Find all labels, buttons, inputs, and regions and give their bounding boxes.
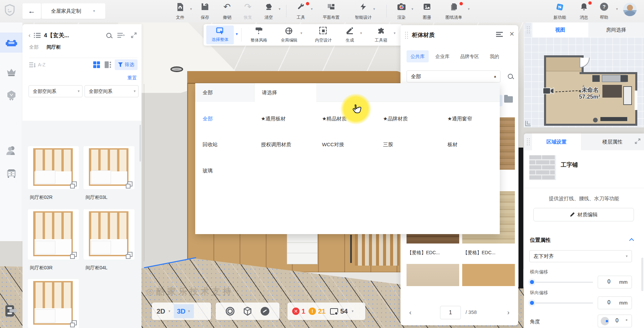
tool-clear[interactable]: ▼ 清空: [256, 2, 282, 21]
topbar-help[interactable]: ? ▼ 帮助: [591, 2, 617, 21]
material-category-select[interactable]: 全部 ▲: [407, 70, 500, 83]
sort-az-icon[interactable]: [29, 62, 36, 68]
drag-handle[interactable]: [405, 31, 409, 39]
dropdown-option[interactable]: 玻璃: [203, 166, 213, 175]
error-badge-icon[interactable]: ✕: [292, 308, 300, 315]
grid-view-icon[interactable]: [93, 61, 100, 68]
dropdown-option[interactable]: 三胺: [383, 140, 393, 149]
cube-view-icon[interactable]: [243, 307, 252, 316]
dropdown-option[interactable]: ★通用板材: [261, 114, 285, 123]
project-mode-selector[interactable]: 全屋家具定制 ▼: [42, 3, 105, 19]
vertical-offset-input[interactable]: 0 mm: [598, 296, 632, 309]
tab-enterprise-library[interactable]: 企业库: [431, 50, 453, 62]
back-button[interactable]: ←: [22, 3, 41, 19]
product-card[interactable]: [84, 209, 135, 260]
material-thumbnail[interactable]: [462, 264, 515, 286]
sort-filter-icon[interactable]: [117, 33, 125, 38]
rail-storage[interactable]: [0, 163, 22, 183]
rail-user-models[interactable]: [0, 141, 22, 161]
dropdown-option[interactable]: 回收站: [203, 140, 218, 149]
mode-interior-design[interactable]: 内空设计: [309, 25, 338, 44]
collapse-section-icon[interactable]: [629, 238, 634, 243]
resize-handle[interactable]: [525, 121, 531, 126]
camera-icon[interactable]: [543, 87, 555, 96]
tool-render[interactable]: ▼ 渲染: [388, 2, 415, 21]
rail-vip[interactable]: [0, 62, 22, 82]
focus-target-icon[interactable]: [226, 307, 234, 316]
product-card[interactable]: [28, 146, 79, 189]
mode-select-whole[interactable]: 选择整体: [206, 25, 234, 44]
copy-icon[interactable]: [72, 252, 77, 257]
avatar[interactable]: [623, 3, 637, 16]
dropdown-option[interactable]: 授权调用材质: [261, 140, 291, 149]
tab-mine[interactable]: 我的: [486, 50, 503, 62]
page-input[interactable]: [440, 306, 461, 319]
tab-room-select[interactable]: 房间选择: [588, 22, 644, 37]
section-clamp-tool[interactable]: [5, 304, 17, 318]
tool-drawing-list[interactable]: ▼ 图纸清单: [439, 2, 468, 21]
dropdown-option[interactable]: WCC对接: [322, 140, 344, 149]
dropdown-level1[interactable]: 全部: [195, 83, 255, 102]
rail-furniture-library[interactable]: [0, 33, 22, 53]
space-series-select-1[interactable]: 全部空间系 ▼: [29, 85, 83, 97]
filter-button[interactable]: 筛选: [115, 59, 138, 70]
horizontal-offset-input[interactable]: 0 mm: [598, 276, 632, 288]
drag-handle[interactable]: [526, 26, 530, 34]
ceiling-spotlight[interactable]: [170, 66, 183, 72]
pattern-thumbnail[interactable]: [529, 155, 556, 180]
breadcrumb-parent[interactable]: 全部: [29, 44, 39, 50]
performance-gauge-icon[interactable]: [261, 307, 269, 316]
copy-icon[interactable]: [127, 252, 132, 257]
dropdown-option[interactable]: ★通用窗帘: [447, 114, 472, 123]
copy-icon[interactable]: [72, 320, 77, 325]
expand-icon[interactable]: [635, 138, 641, 144]
mode-toolbox[interactable]: 工具箱 ▼: [367, 25, 395, 44]
vertical-offset-slider[interactable]: [531, 303, 593, 304]
search-icon[interactable]: [106, 33, 111, 38]
tool-file[interactable]: ▼ 文件: [167, 2, 193, 21]
drag-handle[interactable]: [526, 138, 530, 146]
page-prev-icon[interactable]: ‹: [409, 309, 412, 316]
material-edit-button[interactable]: 材质编辑: [533, 208, 634, 221]
space-series-select-2[interactable]: 全部空间系 ▼: [85, 85, 139, 97]
angle-dial[interactable]: [601, 317, 609, 325]
topbar-new-features[interactable]: 新功能: [547, 2, 573, 21]
angle-input[interactable]: 0 °: [598, 315, 632, 327]
panel-scrollbar[interactable]: [641, 258, 643, 291]
mode-global-edit[interactable]: 全局编辑 ▼: [275, 25, 304, 44]
tab-brand-zone[interactable]: 品牌专区: [456, 50, 483, 62]
page-next-icon[interactable]: ›: [507, 309, 509, 316]
horizontal-offset-slider[interactable]: [531, 282, 593, 283]
folder-icon[interactable]: [504, 96, 513, 103]
dropdown-option[interactable]: 全部: [203, 114, 213, 123]
product-card[interactable]: [84, 146, 135, 189]
dropdown-option[interactable]: ★品牌材质: [383, 114, 408, 123]
tool-album[interactable]: 图册: [414, 2, 440, 21]
copy-icon[interactable]: [72, 181, 77, 186]
list-menu-icon[interactable]: [34, 33, 41, 38]
drawing-count-icon[interactable]: [330, 308, 338, 315]
search-icon[interactable]: [508, 74, 513, 79]
material-thumbnail[interactable]: [407, 264, 459, 286]
cabinet-drawer-unit[interactable]: [287, 231, 318, 264]
product-card[interactable]: [28, 209, 79, 260]
mode-3d-button[interactable]: 3D ▼: [174, 304, 194, 318]
tool-tools[interactable]: ▼ 工具: [288, 2, 314, 21]
panel-back-icon[interactable]: ‹: [29, 32, 31, 39]
cabinet-top-board[interactable]: [187, 71, 405, 84]
align-select[interactable]: 左下对齐 ▼: [529, 250, 632, 262]
dropdown-option[interactable]: 板材: [447, 140, 458, 149]
rail-badge[interactable]: [0, 86, 22, 106]
list-view-icon[interactable]: [105, 61, 111, 68]
chevron-down-icon[interactable]: ▼: [351, 310, 354, 313]
copy-icon[interactable]: [127, 181, 132, 186]
mode-overall-style[interactable]: 整体风格: [245, 25, 273, 44]
tool-floorplan[interactable]: 平面布置: [318, 2, 344, 21]
tool-smart-design[interactable]: ▼ 智能设计: [350, 2, 376, 21]
product-card[interactable]: [28, 279, 79, 328]
mode-2d-button[interactable]: 2D: [157, 308, 165, 315]
collapse-panel-icon[interactable]: [496, 32, 503, 37]
chevron-down-icon[interactable]: ▼: [235, 32, 238, 36]
dropdown-level2[interactable]: 请选择: [255, 83, 316, 102]
sort-az-label[interactable]: A-Z: [38, 62, 46, 67]
